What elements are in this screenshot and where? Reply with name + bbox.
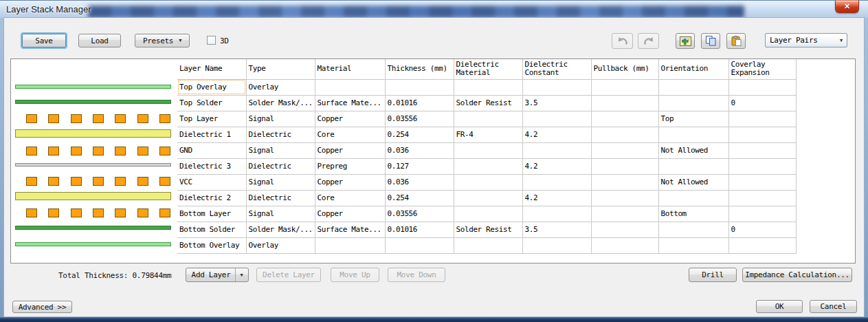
table-cell[interactable]: VCC [177, 174, 246, 190]
table-cell[interactable] [658, 79, 728, 95]
table-cell[interactable]: 0.01016 [385, 222, 454, 237]
table-cell[interactable]: Solder Resist [454, 222, 522, 237]
table-cell[interactable] [658, 95, 728, 111]
table-cell[interactable]: Dielectric [246, 158, 315, 174]
table-cell[interactable]: Top Solder [177, 95, 246, 111]
table-cell[interactable] [658, 190, 728, 206]
table-cell[interactable]: 0.254 [385, 190, 454, 206]
table-cell[interactable] [522, 237, 591, 253]
table-cell[interactable]: GND [177, 142, 246, 158]
redo-button[interactable] [638, 33, 659, 49]
table-cell[interactable] [522, 142, 591, 158]
table-cell[interactable]: 0.03556 [385, 206, 454, 222]
table-cell[interactable] [591, 111, 658, 127]
table-cell[interactable]: Copper [315, 111, 385, 127]
table-cell[interactable] [728, 190, 796, 206]
copy-button[interactable] [701, 33, 720, 49]
table-cell[interactable] [454, 142, 522, 158]
table-cell[interactable] [728, 237, 796, 253]
table-cell[interactable]: 0.254 [385, 127, 454, 142]
table-cell[interactable] [522, 111, 591, 127]
add-layer-button[interactable]: Add Layer ▼ [186, 268, 249, 282]
table-cell[interactable]: Copper [315, 174, 385, 190]
table-cell[interactable]: 0.127 [385, 158, 454, 174]
table-cell[interactable]: 0 [728, 222, 796, 237]
table-cell[interactable]: 0 [728, 95, 796, 111]
table-cell[interactable]: Dielectric 1 [177, 127, 246, 142]
table-cell[interactable]: Not Allowed [658, 174, 728, 190]
table-cell[interactable]: Bottom [658, 206, 728, 222]
table-cell[interactable]: Copper [315, 142, 385, 158]
undo-button[interactable] [612, 33, 633, 49]
layer-pairs-dropdown[interactable]: Layer Pairs ▼ [765, 33, 847, 47]
cancel-button[interactable]: Cancel [810, 300, 857, 313]
table-cell[interactable] [591, 190, 658, 206]
table-cell[interactable]: Dielectric 3 [177, 158, 246, 174]
table-cell[interactable]: 0.01016 [385, 95, 454, 111]
table-cell[interactable]: Solder Mask/... [246, 95, 315, 111]
table-cell[interactable]: 4.2 [522, 158, 591, 174]
load-button[interactable]: Load [78, 34, 121, 47]
presets-dropdown-button[interactable]: Presets ▼ [135, 34, 190, 47]
table-cell[interactable]: Surface Mate... [315, 95, 385, 111]
advanced-button[interactable]: Advanced >> [12, 301, 72, 313]
paste-button[interactable] [726, 33, 746, 49]
table-cell[interactable] [591, 222, 658, 237]
table-cell[interactable]: Dielectric [246, 190, 315, 206]
table-cell[interactable]: Copper [315, 206, 385, 222]
table-cell[interactable]: Signal [246, 206, 315, 222]
table-cell[interactable] [591, 158, 658, 174]
drill-button[interactable]: Drill [689, 268, 737, 282]
table-cell[interactable] [591, 206, 658, 222]
table-cell[interactable] [522, 174, 591, 190]
table-cell[interactable]: Signal [246, 142, 315, 158]
table-cell[interactable]: Solder Resist [454, 95, 522, 111]
table-cell[interactable] [315, 237, 385, 253]
impedance-calculation-button[interactable]: Impedance Calculation... [742, 268, 852, 282]
table-cell[interactable] [658, 127, 728, 142]
table-cell[interactable] [658, 158, 728, 174]
table-cell[interactable] [591, 79, 658, 95]
table-cell[interactable] [385, 79, 454, 95]
table-cell[interactable]: Solder Mask/... [246, 222, 315, 237]
table-cell[interactable]: Overlay [246, 79, 315, 95]
3d-checkbox[interactable] [207, 36, 216, 45]
table-cell[interactable] [728, 174, 796, 190]
delete-layer-button[interactable]: Delete Layer [256, 268, 321, 282]
table-cell[interactable] [454, 237, 522, 253]
table-cell[interactable] [728, 111, 796, 127]
table-cell[interactable] [591, 95, 658, 111]
table-cell[interactable] [454, 79, 522, 95]
table-cell[interactable] [728, 142, 796, 158]
table-cell[interactable]: 3.5 [522, 95, 591, 111]
close-button[interactable]: ✕ [835, 0, 859, 13]
table-cell[interactable] [591, 174, 658, 190]
table-cell[interactable]: Signal [246, 111, 315, 127]
table-cell[interactable]: 0.036 [385, 174, 454, 190]
save-button[interactable]: Save [22, 34, 66, 47]
move-down-button[interactable]: Move Down [388, 268, 445, 282]
table-cell[interactable]: Bottom Overlay [177, 237, 246, 253]
table-cell-selected[interactable]: Top Overlay [177, 79, 246, 95]
table-cell[interactable] [658, 237, 728, 253]
table-cell[interactable]: Core [315, 127, 385, 142]
table-cell[interactable]: 3.5 [522, 222, 591, 237]
table-cell[interactable] [728, 206, 796, 222]
table-cell[interactable] [315, 79, 385, 95]
table-cell[interactable] [591, 142, 658, 158]
table-cell[interactable]: Surface Mate... [315, 222, 385, 237]
table-cell[interactable] [454, 206, 522, 222]
table-cell[interactable]: 4.2 [522, 190, 591, 206]
table-cell[interactable]: FR-4 [454, 127, 522, 142]
table-cell[interactable]: Not Allowed [658, 142, 728, 158]
table-cell[interactable] [591, 237, 658, 253]
table-cell[interactable]: Bottom Layer [177, 206, 246, 222]
table-cell[interactable]: Top Layer [177, 111, 246, 127]
table-cell[interactable]: Overlay [246, 237, 315, 253]
table-cell[interactable]: 0.03556 [385, 111, 454, 127]
table-cell[interactable]: Signal [246, 174, 315, 190]
table-cell[interactable] [454, 190, 522, 206]
table-cell[interactable] [454, 158, 522, 174]
table-cell[interactable]: Top [658, 111, 728, 127]
table-cell[interactable]: 4.2 [522, 127, 591, 142]
